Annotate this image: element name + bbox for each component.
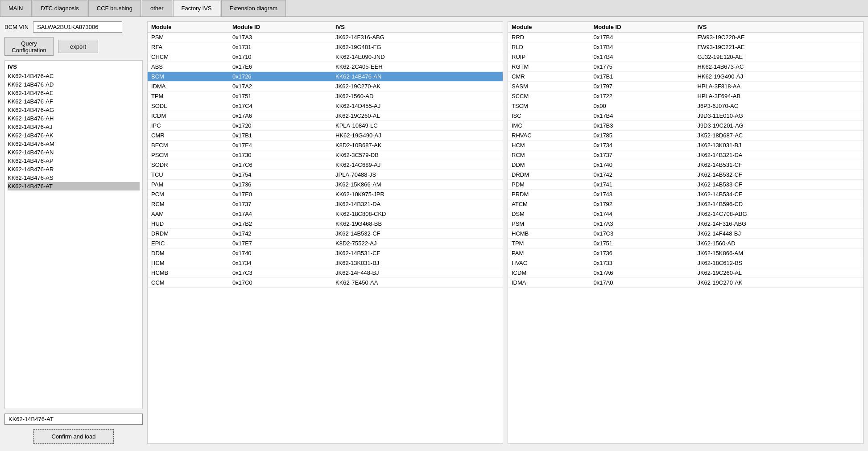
table-row[interactable]: AAM0x17A4KK62-18C808-CKD (148, 209, 503, 219)
table-row[interactable]: ISC0x17B4J9D3-11E010-AG (508, 111, 863, 121)
table-cell: J6P3-6J070-AC (694, 101, 863, 111)
table-row[interactable]: BCM0x1726KK62-14B476-AN (148, 72, 503, 82)
table-row[interactable]: TCU0x1754JPLA-70488-JS (148, 170, 503, 180)
list-item[interactable]: KK62-14B476-AR (8, 165, 140, 174)
table-row[interactable]: PAM0x1736JK62-15K866-AM (148, 180, 503, 190)
table-cell: JK62-13K031-BJ (694, 141, 863, 150)
table-row[interactable]: HVAC0x1733JK62-18C612-BS (508, 258, 863, 268)
table-row[interactable]: DRDM0x1742JK62-14B532-CF (508, 170, 863, 180)
list-item[interactable]: KK62-14B476-AH (8, 114, 140, 123)
tab-dtc-diagnosis[interactable]: DTC diagnosis (33, 0, 87, 17)
table-row[interactable]: EPIC0x17E7K8D2-75522-AJ (148, 239, 503, 248)
list-item[interactable]: KK62-14B476-AD (8, 80, 140, 89)
table-cell: RRD (508, 33, 590, 42)
table-row[interactable]: PRDM0x1743JK62-14B534-CF (508, 190, 863, 199)
list-item[interactable]: KK62-14B476-AG (8, 106, 140, 114)
vin-input[interactable] (33, 21, 122, 33)
table-row[interactable]: BECM0x17E4K8D2-10B687-AK (148, 141, 503, 150)
table-cell: 0x17B4 (590, 42, 694, 52)
list-item[interactable]: KK62-14B476-AP (8, 157, 140, 165)
table-row[interactable]: PSM0x17A3JK62-14F316-ABG (148, 33, 503, 42)
table-row[interactable]: PSM0x17A3JK62-14F316-ABG (508, 219, 863, 229)
confirm-load-button[interactable]: Confirm and load (33, 429, 114, 444)
table-row[interactable]: SODR0x17C6KK62-14C689-AJ (148, 160, 503, 170)
table-row[interactable]: DRDM0x1742JK62-14B532-CF (148, 229, 503, 239)
table-row[interactable]: RFA0x1731JK62-19G481-FG (148, 42, 503, 52)
table-cell: RLD (508, 42, 590, 52)
table-row[interactable]: ATCM0x1792JK62-14B596-CD (508, 199, 863, 209)
table-row[interactable]: TPM0x1751JK62-1560-AD (508, 239, 863, 248)
table1: Module Module ID IVS PSM0x17A3JK62-14F31… (148, 22, 503, 288)
table-row[interactable]: TPM0x1751JK62-1560-AD (148, 91, 503, 101)
tab-ccf-brushing[interactable]: CCF brushing (88, 0, 141, 17)
table-row[interactable]: RRD0x17B4FW93-19C220-AE (508, 33, 863, 42)
table-row[interactable]: HCM0x1734JK62-13K031-BJ (508, 141, 863, 150)
list-item[interactable]: KK62-14B476-AK (8, 131, 140, 140)
table-cell: KK62-14B476-AN (332, 72, 503, 82)
table-cell: RGTM (508, 62, 590, 72)
table-row[interactable]: ICDM0x17A6JK62-19C260-AL (148, 111, 503, 121)
table-row[interactable]: RLD0x17B4FW93-19C221-AE (508, 42, 863, 52)
table-row[interactable]: HUD0x17B2KK62-19G468-BB (148, 219, 503, 229)
table-row[interactable]: SODL0x17C4KK62-14D455-AJ (148, 101, 503, 111)
tab-factory-ivs[interactable]: Factory IVS (173, 0, 220, 17)
table-row[interactable]: PAM0x1736JK62-15K866-AM (508, 248, 863, 258)
table-row[interactable]: RUIP0x17B4GJ32-19E120-AE (508, 52, 863, 62)
table-row[interactable]: PDM0x1741JK62-14B533-CF (508, 180, 863, 190)
table-cell: 0x1744 (590, 209, 694, 219)
table1-col-module: Module (148, 22, 229, 33)
list-item[interactable]: KK62-14B476-AM (8, 140, 140, 148)
table-row[interactable]: CMR0x17B1HK62-19G490-AJ (508, 72, 863, 82)
table-row[interactable]: ABS0x17E6KK62-2C405-EEH (148, 62, 503, 72)
table-row[interactable]: IDMA0x17A0JK62-19C270-AK (508, 278, 863, 288)
table-row[interactable]: CHCM0x1710KK62-14E090-JND (148, 52, 503, 62)
table-cell: JK62-14F316-ABG (694, 219, 863, 229)
list-item[interactable]: KK62-14B476-AN (8, 148, 140, 157)
table-row[interactable]: RGTM0x1775HK62-14B673-AC (508, 62, 863, 72)
table-cell: BECM (148, 141, 229, 150)
table-row[interactable]: PSCM0x1730KK62-3C579-DB (148, 150, 503, 160)
ivs-text-input[interactable] (4, 414, 143, 425)
table-cell: HCM (508, 141, 590, 150)
table2-scroll[interactable]: Module Module ID IVS RRD0x17B4FW93-19C22… (508, 22, 863, 443)
table-cell: 0x17B4 (590, 52, 694, 62)
list-item[interactable]: KK62-14B476-AJ (8, 123, 140, 131)
table-row[interactable]: RCM0x1737JK62-14B321-DA (148, 199, 503, 209)
table-row[interactable]: DSM0x1744JK62-14C708-ABG (508, 209, 863, 219)
table-row[interactable]: HCMB0x17C3JK62-14F448-BJ (148, 268, 503, 278)
table-row[interactable]: RCM0x1737JK62-14B321-DA (508, 150, 863, 160)
table-row[interactable]: DDM0x1740JK62-14B531-CF (148, 248, 503, 258)
table-row[interactable]: IPC0x1720KPLA-10849-LC (148, 121, 503, 131)
ivs-list-header: IVS (8, 63, 140, 70)
table-cell: HK62-19G490-AJ (694, 72, 863, 82)
table-cell: 0x1742 (590, 170, 694, 180)
tab-other[interactable]: other (142, 0, 172, 17)
table-row[interactable]: PCM0x17E0KK62-10K975-JPR (148, 190, 503, 199)
list-item[interactable]: KK62-14B476-AE (8, 89, 140, 97)
table-row[interactable]: SCCM0x1722HPLA-3F694-AB (508, 91, 863, 101)
table-row[interactable]: SASM0x1797HPLA-3F818-AA (508, 82, 863, 91)
table-cell: 0x17B4 (590, 33, 694, 42)
list-item[interactable]: KK62-14B476-AF (8, 97, 140, 106)
table-row[interactable]: IDMA0x17A2JK62-19C270-AK (148, 82, 503, 91)
table-row[interactable]: CCM0x17C0KK62-7E450-AA (148, 278, 503, 288)
tab-main[interactable]: MAIN (0, 0, 32, 17)
table1-scroll[interactable]: Module Module ID IVS PSM0x17A3JK62-14F31… (148, 22, 503, 443)
query-config-button[interactable]: Query Configuration (4, 37, 54, 56)
table-row[interactable]: IMC0x17B3J9D3-19C201-AG (508, 121, 863, 131)
list-item[interactable]: KK62-14B476-AC (8, 72, 140, 80)
table-cell: JK62-19C260-AL (332, 111, 503, 121)
table-cell: JK52-18D687-AC (694, 131, 863, 141)
table-row[interactable]: HCM0x1734JK62-13K031-BJ (148, 258, 503, 268)
table-row[interactable]: CMR0x17B1HK62-19G490-AJ (148, 131, 503, 141)
table-row[interactable]: HCMB0x17C3JK62-14F448-BJ (508, 229, 863, 239)
table-row[interactable]: TSCM0x00J6P3-6J070-AC (508, 101, 863, 111)
table-row[interactable]: ICDM0x17A6JK62-19C260-AL (508, 268, 863, 278)
table-row[interactable]: DDM0x1740JK62-14B531-CF (508, 160, 863, 170)
table-row[interactable]: RHVAC0x1785JK52-18D687-AC (508, 131, 863, 141)
table-cell: JK62-1560-AD (332, 91, 503, 101)
tab-extension-diagram[interactable]: Extension diagram (221, 0, 286, 17)
list-item[interactable]: KK62-14B476-AT (8, 182, 140, 190)
export-button[interactable]: export (58, 40, 98, 53)
list-item[interactable]: KK62-14B476-AS (8, 174, 140, 182)
